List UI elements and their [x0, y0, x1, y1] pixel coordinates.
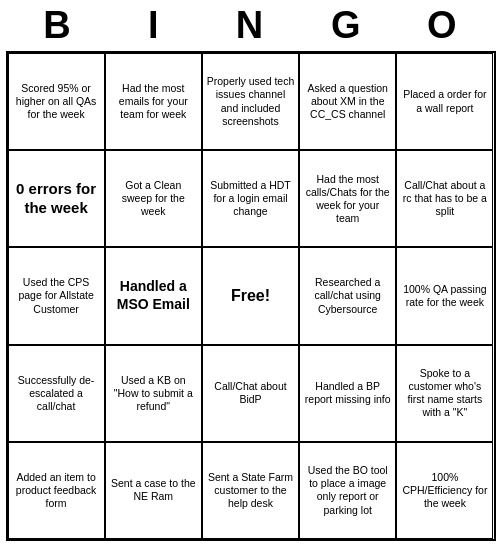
bingo-cell-24[interactable]: 100% CPH/Efficiency for the week [396, 442, 493, 539]
bingo-cell-12[interactable]: Free! [202, 247, 299, 344]
bingo-cell-21[interactable]: Sent a case to the NE Ram [105, 442, 202, 539]
bingo-cell-14[interactable]: 100% QA passing rate for the week [396, 247, 493, 344]
bingo-cell-22[interactable]: Sent a State Farm customer to the help d… [202, 442, 299, 539]
bingo-cell-4[interactable]: Placed a order for a wall report [396, 53, 493, 150]
header-i: I [110, 4, 198, 47]
bingo-cell-10[interactable]: Used the CPS page for Allstate Customer [8, 247, 105, 344]
bingo-cell-13[interactable]: Researched a call/chat using Cybersource [299, 247, 396, 344]
bingo-cell-6[interactable]: Got a Clean sweep for the week [105, 150, 202, 247]
bingo-cell-11[interactable]: Handled a MSO Email [105, 247, 202, 344]
bingo-cell-5[interactable]: 0 errors for the week [8, 150, 105, 247]
bingo-cell-8[interactable]: Had the most calls/Chats for the week fo… [299, 150, 396, 247]
bingo-cell-15[interactable]: Successfully de-escalated a call/chat [8, 345, 105, 442]
bingo-cell-7[interactable]: Submitted a HDT for a login email change [202, 150, 299, 247]
bingo-cell-2[interactable]: Properly used tech issues channel and in… [202, 53, 299, 150]
bingo-cell-18[interactable]: Handled a BP report missing info [299, 345, 396, 442]
header-n: N [206, 4, 294, 47]
bingo-cell-17[interactable]: Call/Chat about BidP [202, 345, 299, 442]
bingo-cell-9[interactable]: Call/Chat about a rc that has to be a sp… [396, 150, 493, 247]
bingo-cell-3[interactable]: Asked a question about XM in the CC_CS c… [299, 53, 396, 150]
header-o: O [399, 4, 487, 47]
bingo-grid: Scored 95% or higher on all QAs for the … [6, 51, 496, 541]
bingo-cell-19[interactable]: Spoke to a customer who's first name sta… [396, 345, 493, 442]
bingo-cell-20[interactable]: Added an item to product feedback form [8, 442, 105, 539]
bingo-cell-23[interactable]: Used the BO tool to place a image only r… [299, 442, 396, 539]
bingo-cell-16[interactable]: Used a KB on "How to submit a refund" [105, 345, 202, 442]
bingo-cell-1[interactable]: Had the most emails for your team for we… [105, 53, 202, 150]
header-b: B [14, 4, 102, 47]
bingo-cell-0[interactable]: Scored 95% or higher on all QAs for the … [8, 53, 105, 150]
bingo-header: B I N G O [0, 0, 501, 51]
header-g: G [303, 4, 391, 47]
